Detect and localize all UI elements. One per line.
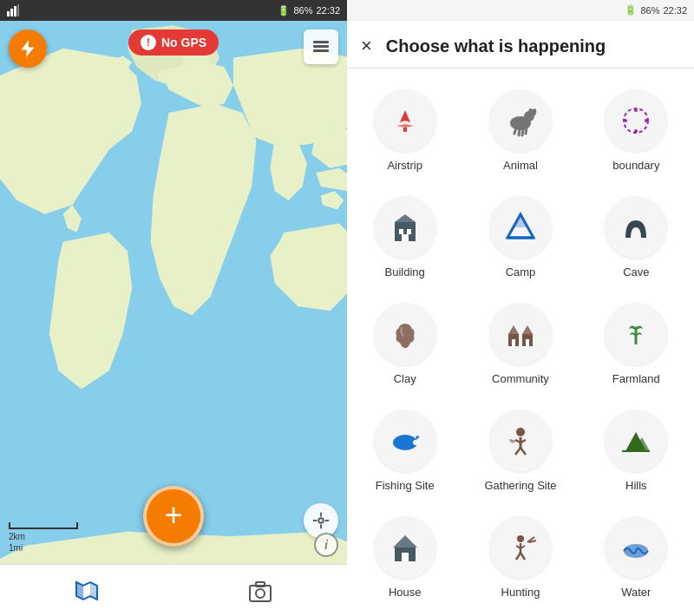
category-icon-farmland xyxy=(605,303,667,365)
category-item-farmland[interactable]: Farmland xyxy=(579,289,694,396)
svg-point-29 xyxy=(634,108,638,112)
svg-rect-7 xyxy=(313,49,329,52)
svg-point-30 xyxy=(645,119,648,122)
battery-icon: 🔋 xyxy=(278,5,290,16)
svg-point-32 xyxy=(624,119,627,122)
category-icon-airstrip xyxy=(374,89,436,152)
svg-marker-34 xyxy=(395,214,416,222)
category-label-farmland: Farmland xyxy=(612,372,660,385)
r-battery-icon: 🔋 xyxy=(625,4,637,16)
category-item-hunting[interactable]: Hunting xyxy=(462,502,578,609)
category-label-gathering: Gathering Site xyxy=(484,479,556,492)
r-battery: 86% xyxy=(640,5,659,16)
gps-badge: ! No GPS xyxy=(128,29,219,56)
svg-marker-44 xyxy=(522,325,533,334)
category-icon-hunting xyxy=(489,516,552,579)
camera-nav-icon xyxy=(248,579,272,603)
category-label-boundary: boundary xyxy=(612,159,659,172)
category-item-clay[interactable]: Clay xyxy=(347,289,462,396)
category-icon-camp xyxy=(489,196,552,259)
category-item-community[interactable]: Community xyxy=(462,289,578,396)
world-map-svg xyxy=(0,21,347,564)
category-label-animal: Animal xyxy=(503,159,538,172)
category-label-airstrip: Airstrip xyxy=(387,159,422,172)
category-icon-fishing xyxy=(374,410,436,472)
svg-rect-5 xyxy=(313,41,329,43)
svg-point-59 xyxy=(517,535,524,542)
nav-camera[interactable] xyxy=(234,573,286,608)
category-item-camp[interactable]: Camp xyxy=(462,182,578,289)
nav-map[interactable] xyxy=(61,573,113,608)
category-icon-animal xyxy=(489,89,552,152)
category-item-boundary[interactable]: boundary xyxy=(579,75,694,182)
category-panel: 🔋 86% 22:32 × Choose what is happening A… xyxy=(347,0,694,616)
svg-point-31 xyxy=(634,129,638,133)
category-item-hills[interactable]: Hills xyxy=(579,396,694,502)
r-time: 22:32 xyxy=(663,5,687,16)
map-panel: 🔋 86% 22:32 xyxy=(0,0,347,616)
category-label-camp: Camp xyxy=(506,265,536,279)
svg-rect-37 xyxy=(402,234,409,241)
warning-icon: ! xyxy=(141,35,156,50)
svg-rect-46 xyxy=(526,339,529,346)
category-label-clay: Clay xyxy=(394,372,416,385)
category-item-house[interactable]: House xyxy=(347,502,462,609)
svg-rect-3 xyxy=(17,4,19,16)
svg-line-61 xyxy=(520,553,525,560)
svg-rect-35 xyxy=(399,229,403,234)
left-status-bar: 🔋 86% 22:32 xyxy=(0,0,347,21)
svg-marker-57 xyxy=(393,535,417,547)
svg-rect-36 xyxy=(407,229,411,234)
scale-line xyxy=(9,522,78,529)
category-label-water: Water xyxy=(621,586,651,599)
svg-line-26 xyxy=(522,129,523,135)
info-button[interactable]: i xyxy=(314,533,338,557)
svg-point-28 xyxy=(624,108,648,133)
category-item-animal[interactable]: Animal xyxy=(462,75,578,182)
right-status-info: 🔋 86% 22:32 xyxy=(278,5,340,16)
svg-marker-39 xyxy=(512,214,529,227)
svg-rect-58 xyxy=(402,553,409,561)
category-item-cave[interactable]: Cave xyxy=(579,182,694,289)
category-icon-hills xyxy=(605,410,667,472)
category-icon-boundary xyxy=(605,89,667,152)
scale-mi: 1mi xyxy=(9,542,78,554)
right-status-bar: 🔋 86% 22:32 xyxy=(347,0,694,21)
category-item-water[interactable]: Water xyxy=(579,502,694,609)
category-icon-building xyxy=(374,196,436,259)
category-grid: Airstrip Animal boundary xyxy=(347,69,694,616)
svg-line-52 xyxy=(520,448,526,455)
svg-rect-45 xyxy=(512,339,515,346)
svg-point-17 xyxy=(256,589,265,598)
svg-rect-0 xyxy=(7,11,10,16)
layers-icon xyxy=(311,36,331,57)
layer-button[interactable] xyxy=(304,29,338,64)
category-item-airstrip[interactable]: Airstrip xyxy=(347,75,462,182)
category-icon-cave xyxy=(605,196,667,259)
time-display: 22:32 xyxy=(316,5,340,16)
category-item-building[interactable]: Building xyxy=(347,182,462,289)
category-item-gathering[interactable]: Gathering Site xyxy=(462,396,578,502)
left-status-icons xyxy=(7,4,19,16)
lightning-button[interactable] xyxy=(9,29,47,68)
svg-rect-2 xyxy=(14,6,16,16)
category-label-house: House xyxy=(389,586,422,599)
category-icon-community xyxy=(489,303,552,365)
bottom-navigation xyxy=(0,564,347,616)
category-label-fishing: Fishing Site xyxy=(376,479,435,492)
svg-point-49 xyxy=(413,440,418,445)
add-button[interactable]: + xyxy=(143,486,204,547)
svg-rect-18 xyxy=(256,582,265,587)
category-label-hunting: Hunting xyxy=(501,586,540,599)
svg-line-27 xyxy=(526,128,527,134)
map-background xyxy=(0,21,347,564)
panel-header: × Choose what is happening xyxy=(347,21,694,69)
battery-percent: 86% xyxy=(293,5,312,16)
svg-rect-16 xyxy=(250,586,271,601)
category-label-cave: Cave xyxy=(623,265,649,279)
gps-status: No GPS xyxy=(161,36,206,49)
svg-rect-1 xyxy=(10,9,13,16)
close-button[interactable]: × xyxy=(361,35,372,57)
category-item-fishing[interactable]: Fishing Site xyxy=(347,396,462,502)
category-icon-water xyxy=(605,516,667,579)
